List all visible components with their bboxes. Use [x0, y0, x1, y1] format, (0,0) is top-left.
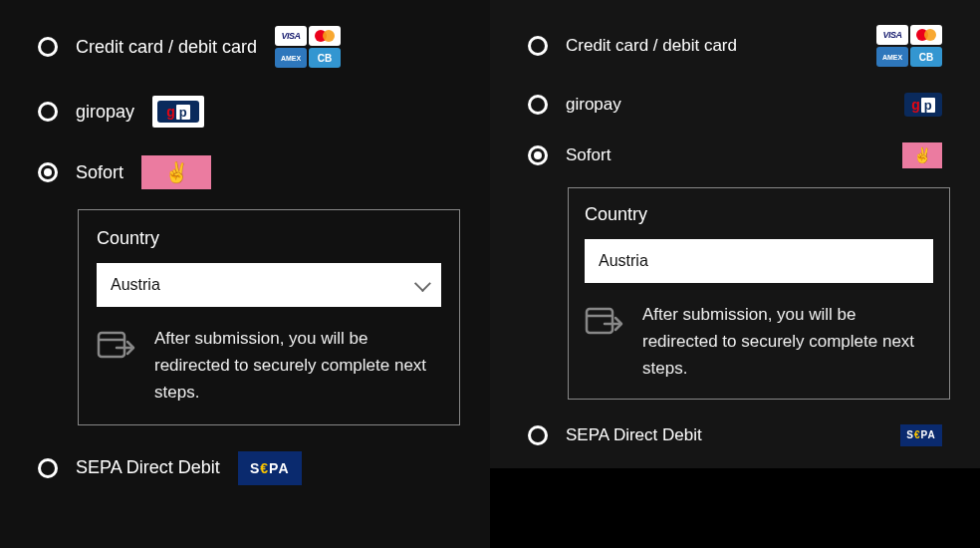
redirect-icon — [585, 307, 624, 341]
option-sepa[interactable]: SEPA Direct Debit S€PA — [30, 437, 460, 499]
visa-icon: VISA — [876, 25, 908, 45]
svg-rect-0 — [99, 333, 124, 357]
sepa-icon: S€PA — [238, 451, 302, 485]
radio-card[interactable] — [38, 37, 58, 57]
country-select[interactable]: Austria — [585, 239, 933, 283]
visa-icon: VISA — [275, 26, 307, 46]
option-sofort[interactable]: Sofort ✌ — [520, 130, 950, 181]
bottom-strip — [490, 468, 980, 548]
cb-icon: CB — [910, 47, 942, 67]
amex-icon: AMEX — [275, 48, 307, 68]
amex-icon: AMEX — [876, 47, 908, 67]
radio-giropay[interactable] — [38, 102, 58, 122]
option-card-label: Credit card / debit card — [76, 37, 257, 58]
option-sepa-label: SEPA Direct Debit — [566, 425, 702, 445]
option-sepa-label: SEPA Direct Debit — [76, 457, 220, 478]
option-giropay-label: giropay — [76, 102, 134, 123]
option-sofort[interactable]: Sofort ✌ — [30, 141, 460, 203]
radio-sepa[interactable] — [38, 458, 58, 478]
payment-method-panel-right: Credit card / debit card VISA AMEX CB gi… — [490, 0, 980, 548]
mastercard-icon — [309, 26, 341, 46]
option-giropay-label: giropay — [566, 95, 621, 115]
chevron-down-icon — [414, 275, 431, 292]
svg-rect-2 — [587, 309, 612, 333]
sofort-details: Country Austria After submission, you wi… — [78, 209, 460, 425]
radio-giropay[interactable] — [528, 95, 548, 115]
country-selected-value: Austria — [599, 252, 648, 270]
redirect-icon — [97, 331, 136, 365]
country-label: Country — [97, 228, 441, 249]
country-selected-value: Austria — [111, 276, 160, 294]
option-card[interactable]: Credit card / debit card VISA AMEX CB — [520, 12, 950, 80]
option-sofort-label: Sofort — [566, 145, 611, 165]
card-brand-icons: VISA AMEX CB — [876, 25, 942, 67]
giropay-icon: g p — [152, 96, 204, 128]
sepa-icon: S€PA — [900, 424, 942, 446]
option-sepa[interactable]: SEPA Direct Debit S€PA — [520, 411, 950, 459]
cb-icon: CB — [309, 48, 341, 68]
sofort-icon: ✌ — [141, 155, 211, 189]
option-card[interactable]: Credit card / debit card VISA AMEX CB — [30, 12, 460, 82]
radio-sofort[interactable] — [38, 162, 58, 182]
radio-card[interactable] — [528, 36, 548, 56]
payment-method-panel-left: Credit card / debit card VISA AMEX CB gi… — [0, 0, 490, 548]
country-label: Country — [585, 204, 933, 225]
card-brand-icons: VISA AMEX CB — [275, 26, 341, 68]
radio-sofort[interactable] — [528, 145, 548, 165]
option-sofort-label: Sofort — [76, 162, 123, 183]
country-select[interactable]: Austria — [97, 263, 441, 307]
redirect-hint: After submission, you will be redirected… — [642, 301, 933, 383]
sofort-icon: ✌ — [902, 142, 942, 168]
mastercard-icon — [910, 25, 942, 45]
option-giropay[interactable]: giropay g p — [30, 82, 460, 141]
redirect-hint: After submission, you will be redirected… — [154, 325, 441, 407]
option-card-label: Credit card / debit card — [566, 36, 737, 56]
radio-sepa[interactable] — [528, 425, 548, 445]
giropay-icon: g p — [904, 93, 942, 117]
sofort-details: Country Austria After submission, you wi… — [568, 187, 950, 400]
option-giropay[interactable]: giropay g p — [520, 80, 950, 130]
